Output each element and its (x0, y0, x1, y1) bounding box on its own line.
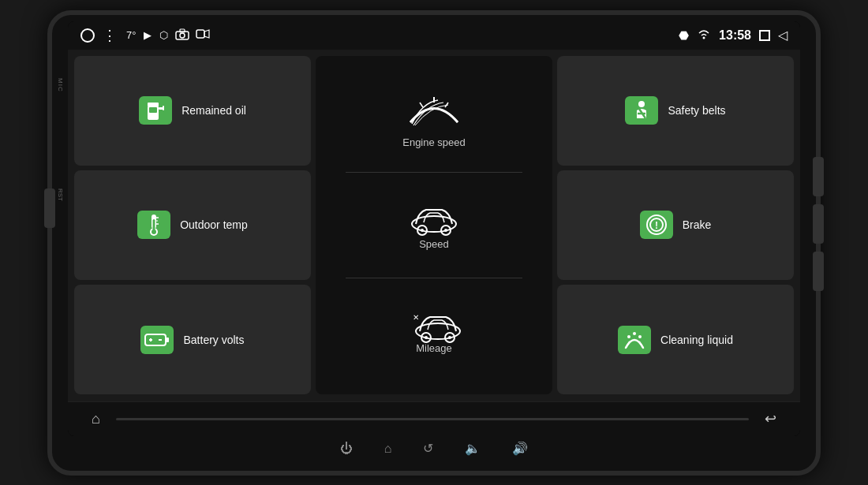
outdoor-temp-card[interactable]: Outdoor temp (74, 170, 311, 280)
speedometer-icon (402, 91, 466, 133)
svg-rect-3 (196, 30, 204, 38)
outdoor-temp-label: Outdoor temp (180, 218, 248, 231)
svg-point-22 (416, 323, 460, 339)
svg-point-26 (448, 336, 451, 339)
svg-point-48 (633, 332, 636, 335)
engine-speed-label: Engine speed (402, 136, 466, 148)
car-speed-icon (406, 200, 462, 235)
thermometer-icon (137, 208, 170, 241)
svg-rect-41 (166, 338, 169, 342)
svg-point-16 (412, 216, 456, 232)
volume-up-icon[interactable]: 🔊 (512, 441, 528, 456)
cleaning-liquid-label: Cleaning liquid (660, 334, 733, 346)
bluetooth-icon: ⬣ (679, 28, 689, 43)
safety-belts-label: Safety belts (668, 104, 725, 117)
record-icon: ⬡ (159, 29, 168, 41)
svg-line-45 (626, 341, 630, 348)
svg-text:!: ! (655, 220, 658, 231)
status-right: ⬣ 13:58 ◁ (679, 28, 788, 43)
volume-down-icon[interactable]: 🔈 (465, 441, 481, 456)
battery-icon (140, 323, 174, 356)
center-card[interactable]: Engine speed (316, 56, 552, 395)
battery-volts-label: Battery volts (183, 334, 244, 346)
svg-point-49 (638, 335, 642, 338)
svg-rect-32 (153, 219, 155, 231)
temperature-display: 7° (126, 29, 136, 41)
right-side-button-1[interactable] (813, 157, 824, 196)
menu-dots-icon: ⋮ (103, 27, 118, 44)
engine-speed-section: Engine speed (324, 67, 544, 172)
svg-rect-10 (148, 103, 159, 106)
svg-rect-7 (149, 107, 157, 113)
remained-oil-label: Remained oil (181, 104, 246, 117)
status-left: ⋮ 7° ▶ ⬡ (80, 27, 209, 44)
brake-label: Brake (683, 218, 712, 231)
svg-rect-9 (163, 106, 164, 110)
svg-point-47 (627, 335, 630, 338)
remained-oil-card[interactable]: Remained oil (74, 56, 311, 166)
speed-section: Speed (324, 173, 544, 278)
brake-icon: ! (640, 208, 673, 241)
video-icon (196, 29, 209, 41)
svg-rect-40 (145, 334, 166, 345)
svg-point-33 (152, 229, 156, 234)
brake-card[interactable]: ! Brake (557, 170, 794, 280)
fuel-icon (139, 94, 172, 127)
recents-icon (759, 30, 770, 41)
wifi-icon (697, 28, 711, 42)
main-grid: Remained oil (68, 50, 800, 401)
safety-belts-card[interactable]: Safety belts (557, 56, 794, 166)
nav-back-icon[interactable]: ↩ (765, 410, 776, 427)
power-icon[interactable]: ⏻ (340, 442, 353, 456)
mileage-section: ✕ Mileage (324, 278, 544, 383)
youtube-icon: ▶ (144, 29, 152, 41)
back-icon: ◁ (778, 28, 788, 43)
wiper-icon (618, 323, 651, 356)
battery-volts-card[interactable]: Battery volts (74, 285, 311, 394)
svg-text:✕: ✕ (413, 313, 419, 322)
svg-rect-2 (180, 29, 185, 32)
mileage-label: Mileage (416, 342, 452, 354)
screen: ⋮ 7° ▶ ⬡ (68, 21, 800, 436)
rst-label: RST (57, 188, 64, 201)
svg-marker-4 (204, 30, 209, 38)
system-bar: ⏻ ⌂ ↺ 🔈 🔊 (337, 436, 532, 461)
nav-slider (116, 418, 749, 420)
seatbelt-icon (625, 94, 658, 127)
svg-line-14 (420, 103, 423, 107)
device-body: MIC RST ⋮ 7° ▶ ⬡ (47, 10, 821, 476)
nav-home-icon[interactable]: ⌂ (92, 411, 100, 427)
left-side-button[interactable] (44, 188, 55, 228)
svg-point-19 (421, 229, 424, 232)
svg-point-5 (703, 37, 705, 39)
mic-label: MIC (57, 78, 64, 92)
svg-line-12 (450, 114, 458, 122)
time-display: 13:58 (719, 28, 751, 43)
right-side-button-2[interactable] (813, 204, 824, 244)
nav-bar: ⌂ ↩ (68, 401, 800, 436)
sys-back-icon[interactable]: ↺ (423, 441, 433, 456)
mileage-icon: ✕ (406, 308, 462, 339)
svg-line-46 (639, 341, 643, 348)
right-side-button-3[interactable] (813, 252, 824, 291)
cleaning-liquid-card[interactable]: Cleaning liquid (557, 285, 794, 394)
speed-label: Speed (419, 238, 449, 250)
svg-point-25 (425, 336, 428, 339)
svg-point-1 (180, 33, 185, 38)
svg-point-27 (638, 101, 645, 107)
home-circle-icon (80, 28, 95, 43)
svg-point-20 (444, 229, 447, 232)
status-bar: ⋮ 7° ▶ ⬡ (68, 21, 800, 50)
camera-icon (176, 29, 189, 42)
sys-home-icon[interactable]: ⌂ (384, 442, 392, 456)
